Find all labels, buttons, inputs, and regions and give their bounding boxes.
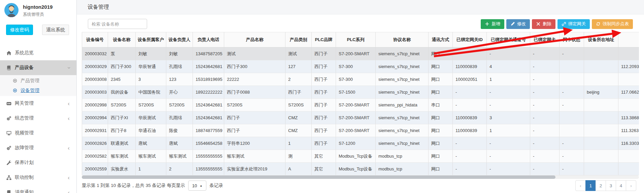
column-header[interactable]: 经度 <box>618 32 639 47</box>
column-header[interactable]: 已绑定网关通道号 <box>487 32 530 47</box>
sidebar-item-label: 系统总览 <box>15 50 34 56</box>
column-header[interactable]: 产品名称 <box>224 32 285 47</box>
column-header[interactable]: 设备负责人 <box>166 32 193 47</box>
table-cell: 18874877559 <box>193 124 224 137</box>
table-row[interactable]: 200002998S7200SS7200SS7200S15243642681S7… <box>82 99 639 111</box>
sidebar-item-message-notification[interactable]: 消息通知‹ <box>0 185 76 193</box>
logout-button[interactable]: 退出系统 <box>42 25 69 35</box>
edit-button[interactable]: 修改 <box>506 19 530 29</box>
table-cell: 网口 <box>429 150 453 163</box>
table-cell: siemens_s7tcp_hinet <box>376 73 429 86</box>
table-cell: modbus_tcp <box>376 150 429 163</box>
column-header[interactable]: 产品类别 <box>285 32 312 47</box>
table-row[interactable]: 200003032泵刘敏刘敏13487587205测试测试西门子S7-200-S… <box>82 47 639 60</box>
table-row[interactable]: 200002826联通测试唐斌唐斌15546654258字符串12001西门子S… <box>82 137 639 150</box>
delete-button[interactable]: 删除 <box>532 19 555 29</box>
user-role: 系统管理员 <box>23 12 53 18</box>
page-size-select[interactable]: 10 ▲ <box>188 181 206 191</box>
table-cell: siemens_s7tcp_hinet <box>376 111 429 124</box>
table-cell: 西门子 <box>312 86 336 99</box>
pagination-page-1[interactable]: 1 <box>585 180 596 191</box>
table-row[interactable]: 200003029西门子300华辰智通孔雨绵15243642681西门子3001… <box>82 60 639 73</box>
sidebar-item-video-management[interactable]: 视频管理 <box>0 126 76 140</box>
table-cell: - <box>487 99 530 111</box>
sidebar-subitem-label: 产品管理 <box>21 78 39 84</box>
horizontal-scrollbar[interactable] <box>82 175 639 179</box>
book-icon <box>6 190 11 193</box>
table-cell: 串口 <box>429 99 453 111</box>
table-row[interactable]: 200002931西门子8华通石油陈俊18874877559西门子CMZ西门子S… <box>82 124 639 137</box>
sidebar-item-product-device[interactable]: 产品设备‹ <box>0 60 76 75</box>
bind-gateway-button[interactable]: 绑定网关 <box>557 19 590 29</box>
column-header[interactable]: 设备名称 <box>108 32 136 47</box>
table-cell: 西门子 <box>224 124 285 137</box>
table-cell: - <box>453 150 487 163</box>
table-cell: 127 <box>285 60 312 73</box>
table-cell: CMZ <box>285 124 312 137</box>
table-cell: modbus_tcp <box>376 163 429 175</box>
table-cell: - <box>560 137 584 150</box>
change-password-button[interactable]: 修改密码 <box>6 25 33 35</box>
table-cell: A <box>285 163 312 175</box>
sidebar-subitem-product-management[interactable]: 产品管理 <box>0 76 76 86</box>
pagination-page-2[interactable]: 2 <box>596 180 606 191</box>
column-header[interactable]: 已绑定网卡 <box>530 32 560 47</box>
table-cell: 200002931 <box>82 124 108 137</box>
caret-up-icon: ▲ <box>200 184 202 187</box>
column-header[interactable]: 设备编号 <box>82 32 108 47</box>
table-row[interactable]: 200002559实验废水1213555555555实验室废水处理2019A其它… <box>82 163 639 175</box>
table-cell: 华辰测试 <box>136 111 166 124</box>
x-icon <box>536 22 540 26</box>
table-cell: - <box>453 86 487 99</box>
sidebar-subitem-device-management[interactable]: 设备管理 <box>0 86 76 95</box>
pagination-page-3[interactable]: 3 <box>606 180 616 191</box>
column-header[interactable]: 设备所在地址 <box>584 32 618 47</box>
column-header[interactable]: 协议名称 <box>376 32 429 47</box>
table-row[interactable]: 2000030082345312315318919695222222西门子S7-… <box>82 73 639 86</box>
pagination-next[interactable]: › <box>626 180 636 191</box>
sidebar-item-label: 联动控制 <box>15 174 34 181</box>
table-cell: - <box>453 99 487 111</box>
table-cell: 西门子0088 <box>224 86 285 99</box>
table-row[interactable]: 200002994西门子XI华辰测试孔雨绵15243642681西门子CMZ西门… <box>82 111 639 124</box>
table-cell: S7-200-SMART <box>336 124 376 137</box>
add-button[interactable]: 新增 <box>481 19 504 29</box>
sidebar-item-scada-management[interactable]: 组态管理‹ <box>0 111 76 126</box>
sidebar-item-linkage-control[interactable]: 联动控制‹ <box>0 170 76 185</box>
sidebar-item-fault-management[interactable]: 故障管理‹ <box>0 140 76 155</box>
table-row[interactable]: 200003003我的设备中国国务院开心18922222222西门子0088西门… <box>82 86 639 99</box>
sidebar-item-maintenance-plan[interactable]: 保养计划 <box>0 155 76 170</box>
column-header[interactable]: 已绑定网关ID <box>453 32 487 47</box>
table-cell <box>618 73 639 86</box>
column-header[interactable]: 网卡状态 <box>560 32 584 47</box>
pagination-page-4[interactable]: 4 <box>616 180 626 191</box>
table-row[interactable]: 200002582猴车测试猴车测试猴车测试15555555555猴车测试测其它M… <box>82 150 639 163</box>
table-cell: 13487587205 <box>193 47 224 60</box>
column-header[interactable]: PLC系列 <box>336 32 376 47</box>
page-size-value: 10 <box>192 183 197 188</box>
table-cell: 我的设备 <box>108 86 136 99</box>
dot-circle-icon <box>12 88 18 93</box>
column-header[interactable]: 设备所属客户 <box>136 32 166 47</box>
table-cell: - <box>530 124 560 137</box>
pagination-prev[interactable]: ‹ <box>575 180 586 191</box>
scrollbar-thumb[interactable] <box>82 175 555 179</box>
table-cell: - <box>530 86 560 99</box>
sidebar-item-system-overview[interactable]: 系统总览 <box>0 45 76 60</box>
device-panel: 新增修改删除绑定网关强制同步点表 设备编号设备名称设备所属客户设备负责人负责人电… <box>77 19 644 191</box>
button-label: 强制同步点表 <box>603 21 629 27</box>
sidebar-item-label: 保养计划 <box>15 160 34 166</box>
table-cell: S7200S <box>224 99 285 111</box>
summary-suffix: 条记录 <box>209 183 223 189</box>
column-header[interactable]: 负责人电话 <box>193 32 224 47</box>
search-input[interactable] <box>88 19 147 29</box>
sidebar-item-gateway-management[interactable]: 网关管理‹ <box>0 96 76 111</box>
table-cell: 22222 <box>224 73 285 86</box>
table-cell: - <box>530 111 560 124</box>
force-sync-button[interactable]: 强制同步点表 <box>592 19 633 29</box>
column-header[interactable]: PLC品牌 <box>312 32 336 47</box>
toolbar-buttons: 新增修改删除绑定网关强制同步点表 <box>479 19 633 29</box>
table-cell <box>584 47 618 60</box>
table-cell: 110000839 <box>453 111 487 124</box>
column-header[interactable]: 通讯方式 <box>429 32 453 47</box>
